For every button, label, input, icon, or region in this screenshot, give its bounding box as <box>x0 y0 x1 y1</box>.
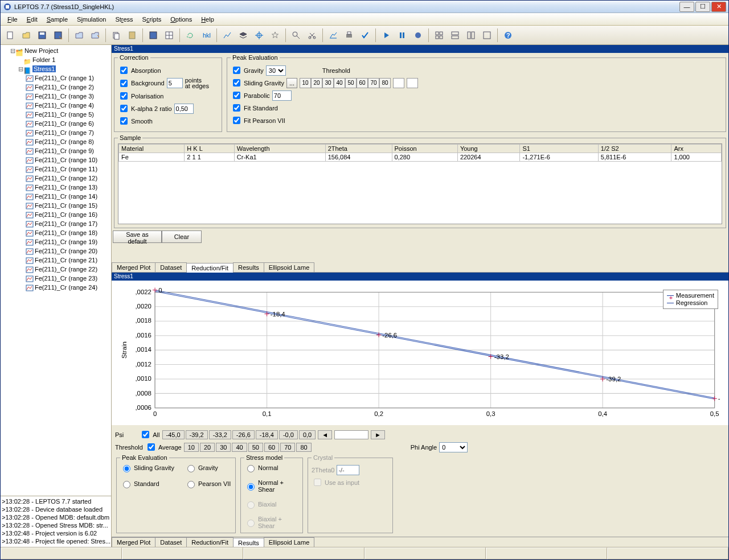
threshold2-value[interactable]: 10 <box>184 443 199 452</box>
tb-star[interactable] <box>268 28 282 43</box>
tree-range[interactable]: Fe(211)_Cr (range 24) <box>35 284 97 291</box>
tree-range[interactable]: Fe(211)_Cr (range 3) <box>35 93 94 100</box>
tree-range[interactable]: Fe(211)_Cr (range 21) <box>35 257 97 263</box>
ftab-merged[interactable]: Merged Plot <box>112 537 155 547</box>
r-normal[interactable]: Normal <box>244 463 299 472</box>
threshold-box[interactable]: 20 <box>311 78 322 88</box>
threshold-box[interactable]: 50 <box>345 78 357 88</box>
tb-help[interactable]: ? <box>501 28 515 43</box>
tb-layers[interactable] <box>236 28 251 43</box>
psi-scroll-left[interactable]: ◄ <box>318 430 332 439</box>
tb-cut[interactable] <box>305 28 320 43</box>
tree-range[interactable]: Fe(211)_Cr (range 17) <box>35 220 97 227</box>
menu-stress[interactable]: Stress <box>110 15 137 24</box>
tb-win1[interactable] <box>432 28 447 43</box>
tb-open[interactable] <box>19 28 34 43</box>
parabolic-value[interactable] <box>272 90 292 101</box>
psi-value[interactable]: -0,0 <box>279 430 298 439</box>
tb-print[interactable] <box>342 28 357 43</box>
tab-dataset[interactable]: Dataset <box>155 262 187 272</box>
psi-scrollbar[interactable] <box>334 430 368 439</box>
tab-merged[interactable]: Merged Plot <box>112 262 155 272</box>
tree-range[interactable]: Fe(211)_Cr (range 9) <box>35 147 94 154</box>
chk-absorption[interactable]: Absorption <box>118 65 161 76</box>
chk-avg[interactable]: Average <box>145 442 182 452</box>
r-normalshear[interactable]: Normal + Shear <box>244 479 299 493</box>
chk-psi-all[interactable]: All <box>140 429 159 440</box>
tb-zoom[interactable] <box>289 28 304 43</box>
tb-copy[interactable] <box>109 28 124 43</box>
tb-plot[interactable] <box>326 28 341 43</box>
menu-simulation[interactable]: Simulation <box>72 15 110 24</box>
tab-ellipsoid[interactable]: Ellipsoid Lame <box>264 262 315 272</box>
project-tree[interactable]: ⊟🗂️New Project 📁Folder 1 ⊟📘Stress1 Fe(21… <box>1 45 111 496</box>
tb-marker[interactable]: hkl <box>199 28 214 43</box>
save-default-button[interactable]: Save as default <box>113 230 162 243</box>
tb-saveas[interactable] <box>51 28 65 43</box>
r-pearson[interactable]: Pearson VII <box>185 479 231 488</box>
tree-range[interactable]: Fe(211)_Cr (range 12) <box>35 175 97 182</box>
ftab-results[interactable]: Results <box>233 538 264 547</box>
threshold2-value[interactable]: 60 <box>264 443 279 452</box>
psi-value[interactable]: -39,2 <box>186 430 208 439</box>
chk-polarisation[interactable]: Polarisation <box>118 90 163 101</box>
tree-range[interactable]: Fe(211)_Cr (range 5) <box>35 111 94 118</box>
tree-range[interactable]: Fe(211)_Cr (range 13) <box>35 184 97 191</box>
tb-win4[interactable] <box>480 28 494 43</box>
clear-button[interactable]: Clear <box>162 230 202 243</box>
tb-save[interactable] <box>35 28 50 43</box>
chk-sliding[interactable]: Sliding Gravity <box>231 77 284 88</box>
tree-root[interactable]: New Project <box>24 47 58 54</box>
chk-fitp7[interactable]: Fit Pearson VII <box>231 115 285 126</box>
tb-record[interactable] <box>411 28 425 43</box>
tree-range[interactable]: Fe(211)_Cr (range 4) <box>35 102 94 109</box>
sample-table[interactable]: MaterialH K LWavelength2ThetaPoissonYoun… <box>118 144 722 162</box>
chk-parabolic[interactable]: Parabolic <box>231 90 270 101</box>
tb-win2[interactable] <box>448 28 462 43</box>
gravity-select[interactable]: 30 <box>266 65 286 76</box>
tree-range[interactable]: Fe(211)_Cr (range 1) <box>35 75 94 81</box>
threshold2-value[interactable]: 40 <box>232 443 247 452</box>
r-standard[interactable]: Standard <box>120 479 174 488</box>
th-extra2[interactable] <box>407 78 418 88</box>
threshold2-value[interactable]: 30 <box>216 443 231 452</box>
phi-select[interactable]: 0 <box>439 442 468 452</box>
threshold2-value[interactable]: 80 <box>296 443 311 452</box>
psi-value[interactable]: -18,4 <box>256 430 278 439</box>
tree-range[interactable]: Fe(211)_Cr (range 22) <box>35 266 97 273</box>
threshold-box[interactable]: 40 <box>334 78 345 88</box>
tree-range[interactable]: Fe(211)_Cr (range 19) <box>35 238 97 245</box>
minimize-button[interactable]: — <box>679 2 694 12</box>
psi-value[interactable]: -33,2 <box>209 430 231 439</box>
psi-value[interactable]: 0,0 <box>299 430 316 439</box>
tb-play[interactable] <box>379 28 394 43</box>
tb-import[interactable] <box>72 28 87 43</box>
tree-range[interactable]: Fe(211)_Cr (range 8) <box>35 138 94 145</box>
tb-pause[interactable] <box>395 28 409 43</box>
menu-file[interactable]: File <box>3 15 22 24</box>
background-value[interactable] <box>167 78 183 88</box>
maximize-button[interactable]: ☐ <box>695 2 710 12</box>
chk-background[interactable]: Background <box>118 78 165 89</box>
tree-range[interactable]: Fe(211)_Cr (range 11) <box>35 166 97 172</box>
psi-value[interactable]: -26,6 <box>232 430 255 439</box>
tb-new[interactable] <box>3 28 18 43</box>
tree-range[interactable]: Fe(211)_Cr (range 23) <box>35 275 97 282</box>
tb-win3[interactable] <box>464 28 478 43</box>
th-extra1[interactable] <box>393 78 404 88</box>
sliding-more[interactable]: ... <box>286 78 297 88</box>
tb-refresh[interactable] <box>183 28 198 43</box>
tree-range[interactable]: Fe(211)_Cr (range 15) <box>35 202 97 209</box>
ftab-dataset[interactable]: Dataset <box>155 537 187 547</box>
tree-range[interactable]: Fe(211)_Cr (range 7) <box>35 129 94 136</box>
menu-options[interactable]: Options <box>166 15 196 24</box>
tb-paste[interactable] <box>125 28 140 43</box>
tree-folder[interactable]: Folder 1 <box>32 56 55 63</box>
strain-chart[interactable]: ,0006,0008,0010,0012,0014,0016,0018,0020… <box>120 286 720 423</box>
tree-range[interactable]: Fe(211)_Cr (range 16) <box>35 211 97 218</box>
r-sliding[interactable]: Sliding Gravity <box>120 463 174 472</box>
tab-results[interactable]: Results <box>233 262 264 272</box>
r-gravity[interactable]: Gravity <box>185 463 231 472</box>
chk-kalpha[interactable]: K-alpha 2 ratio <box>118 103 172 114</box>
psi-value[interactable]: -45,0 <box>162 430 185 439</box>
